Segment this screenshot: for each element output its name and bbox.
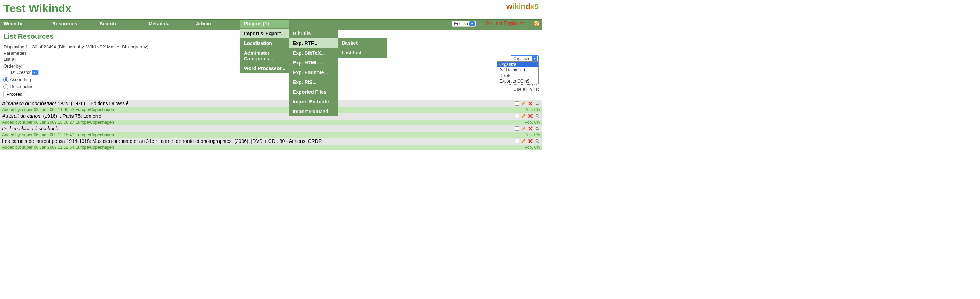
resource-citation: Les carnets de laurent pensa 1914-1918: … (2, 138, 322, 144)
view-icon[interactable] (535, 126, 540, 131)
resource-meta-row: Added by: super 06 Jan 2009 16:00:27 Eur… (0, 119, 542, 125)
order-by-label: Order by: (3, 64, 22, 68)
popularity-text: Pop. 0% (525, 132, 540, 137)
radio-descending-label: Descending (10, 84, 34, 90)
ie-item-import-endnote[interactable]: Import Endnote (289, 97, 338, 107)
edit-icon[interactable] (521, 126, 526, 131)
chevron-updown-icon: ▾ (469, 21, 475, 26)
site-title: Test Wikindx (3, 2, 72, 15)
plugins-item-admin-categories[interactable]: Administer Categories... (240, 48, 289, 64)
row-checkbox[interactable] (515, 139, 519, 143)
ie-item-import-pubmed[interactable]: Import PubMed (289, 107, 338, 116)
rss-icon[interactable] (534, 21, 539, 27)
plugins-item-word-processor[interactable]: Word Processor... (240, 64, 289, 73)
row-checkbox[interactable] (515, 114, 519, 118)
radio-ascending-label: Ascending (10, 77, 31, 83)
ie-item-exp-rtf[interactable]: Exp. RTF... (289, 38, 338, 48)
ie-item-exp-html[interactable]: Exp. HTML... (289, 58, 338, 68)
resource-citation: . (58, 126, 60, 131)
view-icon[interactable] (535, 113, 540, 119)
delete-icon[interactable] (528, 113, 533, 119)
row-checkbox[interactable] (515, 127, 519, 131)
dropdown-exp-rtf: Basket Last List (338, 38, 387, 57)
ie-item-exp-ris[interactable]: Exp. RIS... (289, 77, 338, 87)
organize-opt-organize[interactable]: Organize (497, 62, 538, 67)
sound-explorer-link[interactable]: Sound Explorer (486, 21, 524, 27)
order-by-value: First Creator (7, 70, 31, 75)
dropdown-plugins: Import & Export... Localization Administ… (240, 29, 289, 73)
list-all-link[interactable]: List all (3, 56, 16, 62)
organize-opt-delete[interactable]: Delete (497, 73, 538, 78)
resource-title[interactable]: Au bruit du canon (2, 113, 40, 119)
popularity-text: Pop. 0% (525, 120, 540, 125)
delete-icon[interactable] (528, 138, 533, 144)
edit-icon[interactable] (521, 113, 526, 119)
resource-citation: . (1916). . Paris 75: Lemerre. (40, 113, 103, 119)
ie-item-bibutils[interactable]: Bibutils (289, 29, 338, 38)
radio-descending[interactable] (3, 84, 8, 89)
language-select-value: English (454, 21, 468, 26)
popularity-text: Pop. 0% (525, 145, 540, 150)
view-icon[interactable] (535, 101, 540, 106)
exprtf-item-basket[interactable]: Basket (338, 38, 387, 48)
chevron-updown-icon: ▾ (32, 70, 38, 75)
view-icon[interactable] (535, 138, 540, 144)
resource-meta-row: Added by: super 06 Jan 2009 12:15:49 Eur… (0, 132, 542, 138)
menu-admin[interactable]: Admin (192, 19, 240, 28)
added-by-text: Added by: super 08 Jan 2009 12:52:54 Eur… (2, 145, 114, 150)
edit-icon[interactable] (521, 101, 526, 106)
delete-icon[interactable] (528, 126, 533, 131)
plugins-item-import-export[interactable]: Import & Export... (240, 29, 289, 38)
added-by-text: Added by: super 06 Jan 2009 16:00:27 Eur… (2, 120, 114, 125)
edit-icon[interactable] (521, 138, 526, 144)
main-menubar: Wikindx Resources Search Metadata Admin … (0, 19, 542, 28)
ie-item-exported-files[interactable]: Exported Files (289, 87, 338, 97)
resource-title[interactable]: De ben chicao à stocbach (2, 126, 58, 131)
order-by-select[interactable]: First Creator ▾ (5, 69, 39, 76)
organize-select[interactable]: Organize ▾ (511, 55, 539, 62)
ie-item-exp-bibtex[interactable]: Exp. BibTeX... (289, 48, 338, 58)
organize-opt-export-coins[interactable]: Export to COinS (497, 78, 538, 84)
svg-point-1 (535, 24, 536, 25)
radio-ascending[interactable] (3, 77, 8, 82)
proceed-button[interactable]: Proceed (3, 91, 25, 98)
plugins-item-localization[interactable]: Localization (240, 38, 289, 48)
popularity-text: Pop. 0% (525, 107, 540, 112)
menu-search[interactable]: Search (96, 19, 145, 28)
use-all-in-list[interactable]: Use all in list (452, 86, 539, 92)
menu-resources[interactable]: Resources (49, 19, 96, 28)
resource-title[interactable]: Almanach du combattant 1976 (2, 101, 68, 106)
exprtf-item-last-list[interactable]: Last List (338, 48, 387, 57)
chevron-updown-icon: ▾ (532, 56, 538, 61)
ie-item-exp-endnote[interactable]: Exp. Endnote... (289, 68, 338, 77)
delete-icon[interactable] (528, 101, 533, 106)
resource-citation: . (1976). . Editions Durassié. (68, 101, 130, 106)
organize-opt-add-to-basket[interactable]: Add to basket (497, 67, 538, 73)
resource-row: Les carnets de laurent pensa 1914-1918: … (0, 138, 542, 145)
added-by-text: Added by: super 06 Jan 2009 12:15:49 Eur… (2, 132, 114, 137)
wikindx-logo: wikindx5 (506, 2, 539, 11)
dropdown-import-export: Bibutils Exp. RTF... Exp. BibTeX... Exp.… (289, 29, 338, 116)
row-checkbox[interactable] (515, 102, 519, 106)
language-select[interactable]: English ▾ (452, 21, 476, 27)
resource-row: De ben chicao à stocbach. (0, 125, 542, 132)
resource-row: Almanach du combattant 1976. (1976). . E… (0, 100, 542, 107)
organize-listbox: Organize Add to basket Delete Export to … (497, 61, 539, 84)
resource-meta-row: Added by: super 08 Jan 2009 12:52:54 Eur… (0, 145, 542, 150)
menu-metadata[interactable]: Metadata (145, 19, 192, 28)
organize-select-value: Organize (513, 56, 530, 61)
menu-wikindx[interactable]: Wikindx (0, 19, 49, 28)
resource-row: Au bruit du canon. (1916). . Paris 75: L… (0, 113, 542, 119)
added-by-text: Added by: super 08 Jan 2009 11:49:52 Eur… (2, 107, 114, 112)
menu-plugins[interactable]: Plugins (1) (240, 19, 289, 28)
resource-meta-row: Added by: super 08 Jan 2009 11:49:52 Eur… (0, 107, 542, 113)
